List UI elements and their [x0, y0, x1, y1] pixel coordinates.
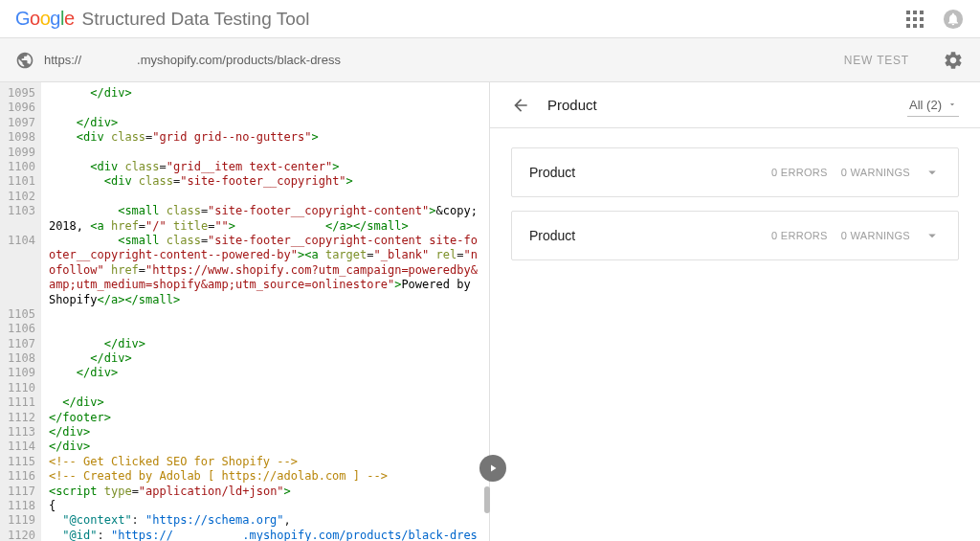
code-line: <div class="grid grid--no-gutters"> — [49, 130, 481, 145]
code-line: <div class="grid__item text-center"> — [49, 160, 481, 174]
code-line: </div> — [49, 395, 481, 410]
code-line: <!-- Get Clicked SEO for Shopify --> — [49, 455, 481, 469]
code-line: </div> — [49, 351, 481, 366]
svg-rect-8 — [920, 24, 924, 28]
url-display[interactable]: https://.myshopify.com/products/black-dr… — [44, 53, 844, 67]
result-card[interactable]: Product0 ERRORS0 WARNINGS — [511, 147, 959, 197]
code-line: <small class="site-footer__copyright-con… — [49, 234, 481, 307]
svg-rect-1 — [913, 11, 917, 14]
google-logo: Google — [15, 8, 75, 30]
line-number: 1108 — [8, 351, 35, 366]
line-number: 1111 — [8, 395, 35, 410]
code-line — [49, 101, 481, 115]
svg-rect-4 — [913, 17, 917, 21]
code-line: <script type="application/ld+json"> — [49, 485, 481, 499]
line-number: 1115 — [8, 455, 35, 469]
line-number: 1104 — [8, 234, 35, 307]
result-title: Product — [547, 97, 907, 113]
line-number: 1099 — [8, 146, 35, 160]
line-number: 1107 — [8, 337, 35, 351]
line-gutter: 1095109610971098109911001101110211031104… — [0, 82, 41, 541]
line-number: 1098 — [8, 130, 35, 145]
notifications-icon[interactable] — [942, 8, 965, 31]
caret-down-icon — [947, 100, 957, 109]
play-fab-button[interactable] — [479, 455, 506, 482]
gear-icon[interactable] — [942, 49, 965, 72]
line-number: 1113 — [8, 425, 35, 440]
svg-rect-2 — [920, 11, 924, 14]
line-number: 1118 — [8, 499, 35, 513]
code-line — [49, 190, 481, 204]
code-line: </div> — [49, 366, 481, 380]
globe-icon — [15, 51, 34, 70]
back-arrow-icon[interactable] — [511, 96, 530, 115]
card-warnings: 0 WARNINGS — [841, 167, 910, 178]
code-line: </div> — [49, 86, 481, 101]
card-errors: 0 ERRORS — [771, 167, 828, 178]
line-number: 1109 — [8, 366, 35, 380]
code-line — [49, 307, 481, 322]
line-number: 1114 — [8, 440, 35, 454]
line-number: 1097 — [8, 116, 35, 130]
url-bar: https://.myshopify.com/products/black-dr… — [0, 38, 980, 82]
svg-rect-0 — [906, 11, 910, 14]
apps-icon[interactable] — [903, 8, 926, 31]
line-number: 1112 — [8, 411, 35, 425]
google-wordmark: Google — [15, 8, 75, 30]
svg-rect-6 — [906, 24, 910, 28]
line-number: 1095 — [8, 86, 35, 101]
line-number: 1103 — [8, 204, 35, 234]
line-number: 1101 — [8, 174, 35, 189]
svg-rect-5 — [920, 17, 924, 21]
code-content[interactable]: </div> </div> <div class="grid grid--no-… — [41, 82, 489, 541]
results-header: Product All (2) — [490, 82, 980, 128]
card-title: Product — [529, 228, 758, 243]
app-title: Structured Data Testing Tool — [82, 9, 310, 30]
line-number: 1110 — [8, 381, 35, 395]
code-line: </div> — [49, 425, 481, 440]
filter-dropdown[interactable]: All (2) — [907, 94, 959, 117]
app-header: Google Structured Data Testing Tool — [0, 0, 980, 38]
line-number: 1102 — [8, 190, 35, 204]
filter-label: All (2) — [909, 98, 942, 112]
card-warnings: 0 WARNINGS — [841, 230, 910, 241]
code-line: </div> — [49, 337, 481, 351]
code-line: </div> — [49, 440, 481, 454]
line-number: 1116 — [8, 469, 35, 484]
line-number: 1105 — [8, 307, 35, 322]
line-number: 1119 — [8, 513, 35, 528]
card-errors: 0 ERRORS — [771, 230, 828, 241]
scrollbar-thumb[interactable] — [484, 486, 490, 513]
chevron-down-icon — [924, 227, 941, 244]
code-line: { — [49, 499, 481, 513]
code-pane[interactable]: 1095109610971098109911001101110211031104… — [0, 82, 490, 541]
code-line — [49, 146, 481, 160]
svg-rect-7 — [913, 24, 917, 28]
code-line — [49, 322, 481, 336]
line-number: 1117 — [8, 485, 35, 499]
line-number: 1106 — [8, 322, 35, 336]
line-number: 1100 — [8, 160, 35, 174]
svg-rect-3 — [906, 17, 910, 21]
code-line: <small class="site-footer__copyright-con… — [49, 204, 481, 234]
line-number: 1096 — [8, 101, 35, 115]
new-test-button[interactable]: NEW TEST — [844, 54, 909, 67]
code-line: "@context": "https://schema.org", — [49, 513, 481, 528]
code-line: </div> — [49, 116, 481, 130]
result-card[interactable]: Product0 ERRORS0 WARNINGS — [511, 211, 959, 260]
card-title: Product — [529, 165, 758, 180]
code-line: </footer> — [49, 411, 481, 425]
chevron-down-icon — [924, 164, 941, 181]
code-line: <div class="site-footer__copyright"> — [49, 174, 481, 189]
line-number: 1120 — [8, 529, 35, 541]
results-pane: Product All (2) Product0 ERRORS0 WARNING… — [490, 82, 980, 541]
results-body: Product0 ERRORS0 WARNINGSProduct0 ERRORS… — [490, 128, 980, 293]
code-line: "@id": "https:// .myshopify.com/products… — [49, 529, 481, 541]
code-line — [49, 381, 481, 395]
code-line: <!-- Created by Adolab [ https://adolab.… — [49, 469, 481, 484]
